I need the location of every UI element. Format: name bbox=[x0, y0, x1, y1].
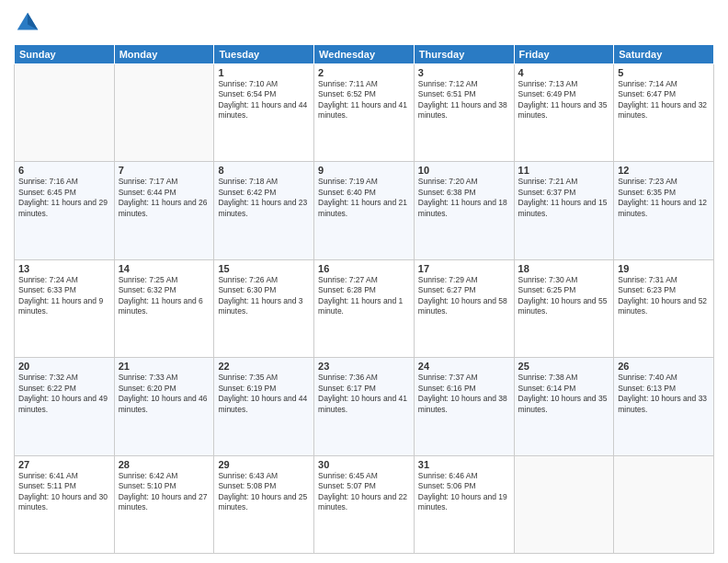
day-info: Sunrise: 7:12 AMSunset: 6:51 PMDaylight:… bbox=[418, 79, 510, 121]
weekday-header-wednesday: Wednesday bbox=[314, 45, 415, 64]
calendar-cell: 14Sunrise: 7:25 AMSunset: 6:32 PMDayligh… bbox=[114, 259, 214, 357]
day-info: Sunrise: 6:42 AMSunset: 5:10 PMDaylight:… bbox=[119, 471, 210, 513]
day-info: Sunrise: 7:31 AMSunset: 6:23 PMDaylight:… bbox=[618, 275, 710, 317]
calendar-cell: 31Sunrise: 6:46 AMSunset: 5:06 PMDayligh… bbox=[414, 455, 514, 553]
day-info: Sunrise: 7:18 AMSunset: 6:42 PMDaylight:… bbox=[218, 177, 310, 219]
calendar-cell: 22Sunrise: 7:35 AMSunset: 6:19 PMDayligh… bbox=[214, 358, 314, 455]
calendar-cell: 16Sunrise: 7:27 AMSunset: 6:28 PMDayligh… bbox=[314, 259, 415, 357]
day-info: Sunrise: 7:10 AMSunset: 6:54 PMDaylight:… bbox=[218, 79, 310, 121]
calendar-cell bbox=[114, 64, 214, 162]
calendar-cell bbox=[15, 64, 115, 162]
day-number: 21 bbox=[119, 361, 210, 372]
calendar: SundayMondayTuesdayWednesdayThursdayFrid… bbox=[14, 44, 714, 554]
calendar-cell: 29Sunrise: 6:43 AMSunset: 5:08 PMDayligh… bbox=[214, 455, 314, 553]
page-header bbox=[14, 9, 714, 37]
day-number: 19 bbox=[618, 263, 710, 274]
day-info: Sunrise: 6:41 AMSunset: 5:11 PMDaylight:… bbox=[18, 471, 110, 513]
day-number: 8 bbox=[218, 165, 310, 176]
logo-icon bbox=[14, 9, 41, 37]
day-info: Sunrise: 6:43 AMSunset: 5:08 PMDaylight:… bbox=[218, 471, 310, 513]
day-number: 29 bbox=[218, 459, 310, 470]
day-info: Sunrise: 7:11 AMSunset: 6:52 PMDaylight:… bbox=[318, 79, 410, 121]
day-number: 12 bbox=[618, 165, 710, 176]
calendar-week-4: 20Sunrise: 7:32 AMSunset: 6:22 PMDayligh… bbox=[15, 358, 714, 455]
calendar-header: SundayMondayTuesdayWednesdayThursdayFrid… bbox=[15, 45, 714, 64]
calendar-cell: 12Sunrise: 7:23 AMSunset: 6:35 PMDayligh… bbox=[614, 162, 714, 259]
day-info: Sunrise: 7:19 AMSunset: 6:40 PMDaylight:… bbox=[318, 177, 410, 219]
day-info: Sunrise: 7:38 AMSunset: 6:14 PMDaylight:… bbox=[518, 373, 610, 415]
logo bbox=[14, 9, 44, 37]
day-info: Sunrise: 7:35 AMSunset: 6:19 PMDaylight:… bbox=[218, 373, 310, 415]
day-number: 23 bbox=[318, 361, 410, 372]
day-number: 25 bbox=[518, 361, 610, 372]
day-info: Sunrise: 7:21 AMSunset: 6:37 PMDaylight:… bbox=[518, 177, 610, 219]
calendar-week-5: 27Sunrise: 6:41 AMSunset: 5:11 PMDayligh… bbox=[15, 455, 714, 553]
day-number: 6 bbox=[18, 165, 110, 176]
day-number: 27 bbox=[18, 459, 110, 470]
day-info: Sunrise: 6:45 AMSunset: 5:07 PMDaylight:… bbox=[318, 471, 410, 513]
calendar-cell: 10Sunrise: 7:20 AMSunset: 6:38 PMDayligh… bbox=[414, 162, 514, 259]
day-info: Sunrise: 7:32 AMSunset: 6:22 PMDaylight:… bbox=[18, 373, 110, 415]
day-info: Sunrise: 7:27 AMSunset: 6:28 PMDaylight:… bbox=[318, 275, 410, 317]
day-info: Sunrise: 7:20 AMSunset: 6:38 PMDaylight:… bbox=[418, 177, 510, 219]
calendar-cell: 25Sunrise: 7:38 AMSunset: 6:14 PMDayligh… bbox=[514, 358, 614, 455]
calendar-cell: 1Sunrise: 7:10 AMSunset: 6:54 PMDaylight… bbox=[214, 64, 314, 162]
calendar-body: 1Sunrise: 7:10 AMSunset: 6:54 PMDaylight… bbox=[15, 64, 714, 554]
day-number: 7 bbox=[119, 165, 210, 176]
calendar-cell: 20Sunrise: 7:32 AMSunset: 6:22 PMDayligh… bbox=[15, 358, 115, 455]
day-number: 4 bbox=[518, 67, 610, 78]
calendar-week-2: 6Sunrise: 7:16 AMSunset: 6:45 PMDaylight… bbox=[15, 162, 714, 259]
day-number: 2 bbox=[318, 67, 410, 78]
calendar-week-3: 13Sunrise: 7:24 AMSunset: 6:33 PMDayligh… bbox=[15, 259, 714, 357]
calendar-cell bbox=[514, 455, 614, 553]
calendar-cell: 5Sunrise: 7:14 AMSunset: 6:47 PMDaylight… bbox=[614, 64, 714, 162]
calendar-cell: 27Sunrise: 6:41 AMSunset: 5:11 PMDayligh… bbox=[15, 455, 115, 553]
calendar-cell: 6Sunrise: 7:16 AMSunset: 6:45 PMDaylight… bbox=[15, 162, 115, 259]
calendar-cell: 2Sunrise: 7:11 AMSunset: 6:52 PMDaylight… bbox=[314, 64, 415, 162]
day-number: 9 bbox=[318, 165, 410, 176]
day-info: Sunrise: 7:37 AMSunset: 6:16 PMDaylight:… bbox=[418, 373, 510, 415]
day-info: Sunrise: 7:33 AMSunset: 6:20 PMDaylight:… bbox=[119, 373, 210, 415]
weekday-header-sunday: Sunday bbox=[15, 45, 115, 64]
calendar-cell: 28Sunrise: 6:42 AMSunset: 5:10 PMDayligh… bbox=[114, 455, 214, 553]
calendar-cell bbox=[614, 455, 714, 553]
day-number: 28 bbox=[119, 459, 210, 470]
day-number: 24 bbox=[418, 361, 510, 372]
day-number: 15 bbox=[218, 263, 310, 274]
day-info: Sunrise: 7:30 AMSunset: 6:25 PMDaylight:… bbox=[518, 275, 610, 317]
day-number: 11 bbox=[518, 165, 610, 176]
weekday-header-saturday: Saturday bbox=[614, 45, 714, 64]
day-number: 13 bbox=[18, 263, 110, 274]
day-info: Sunrise: 7:23 AMSunset: 6:35 PMDaylight:… bbox=[618, 177, 710, 219]
calendar-cell: 8Sunrise: 7:18 AMSunset: 6:42 PMDaylight… bbox=[214, 162, 314, 259]
day-info: Sunrise: 7:24 AMSunset: 6:33 PMDaylight:… bbox=[18, 275, 110, 317]
calendar-cell: 7Sunrise: 7:17 AMSunset: 6:44 PMDaylight… bbox=[114, 162, 214, 259]
day-info: Sunrise: 7:36 AMSunset: 6:17 PMDaylight:… bbox=[318, 373, 410, 415]
day-number: 26 bbox=[618, 361, 710, 372]
day-info: Sunrise: 7:40 AMSunset: 6:13 PMDaylight:… bbox=[618, 373, 710, 415]
calendar-cell: 19Sunrise: 7:31 AMSunset: 6:23 PMDayligh… bbox=[614, 259, 714, 357]
day-number: 18 bbox=[518, 263, 610, 274]
day-number: 20 bbox=[18, 361, 110, 372]
weekday-header-monday: Monday bbox=[114, 45, 214, 64]
day-number: 10 bbox=[418, 165, 510, 176]
calendar-cell: 24Sunrise: 7:37 AMSunset: 6:16 PMDayligh… bbox=[414, 358, 514, 455]
day-info: Sunrise: 7:16 AMSunset: 6:45 PMDaylight:… bbox=[18, 177, 110, 219]
calendar-cell: 21Sunrise: 7:33 AMSunset: 6:20 PMDayligh… bbox=[114, 358, 214, 455]
day-number: 30 bbox=[318, 459, 410, 470]
calendar-cell: 26Sunrise: 7:40 AMSunset: 6:13 PMDayligh… bbox=[614, 358, 714, 455]
calendar-cell: 30Sunrise: 6:45 AMSunset: 5:07 PMDayligh… bbox=[314, 455, 415, 553]
calendar-cell: 11Sunrise: 7:21 AMSunset: 6:37 PMDayligh… bbox=[514, 162, 614, 259]
day-number: 5 bbox=[618, 67, 710, 78]
day-number: 16 bbox=[318, 263, 410, 274]
day-info: Sunrise: 7:14 AMSunset: 6:47 PMDaylight:… bbox=[618, 79, 710, 121]
day-number: 14 bbox=[119, 263, 210, 274]
day-info: Sunrise: 7:13 AMSunset: 6:49 PMDaylight:… bbox=[518, 79, 610, 121]
weekday-header-tuesday: Tuesday bbox=[214, 45, 314, 64]
day-number: 22 bbox=[218, 361, 310, 372]
day-number: 17 bbox=[418, 263, 510, 274]
day-info: Sunrise: 7:17 AMSunset: 6:44 PMDaylight:… bbox=[119, 177, 210, 219]
calendar-cell: 23Sunrise: 7:36 AMSunset: 6:17 PMDayligh… bbox=[314, 358, 415, 455]
calendar-cell: 18Sunrise: 7:30 AMSunset: 6:25 PMDayligh… bbox=[514, 259, 614, 357]
calendar-cell: 4Sunrise: 7:13 AMSunset: 6:49 PMDaylight… bbox=[514, 64, 614, 162]
